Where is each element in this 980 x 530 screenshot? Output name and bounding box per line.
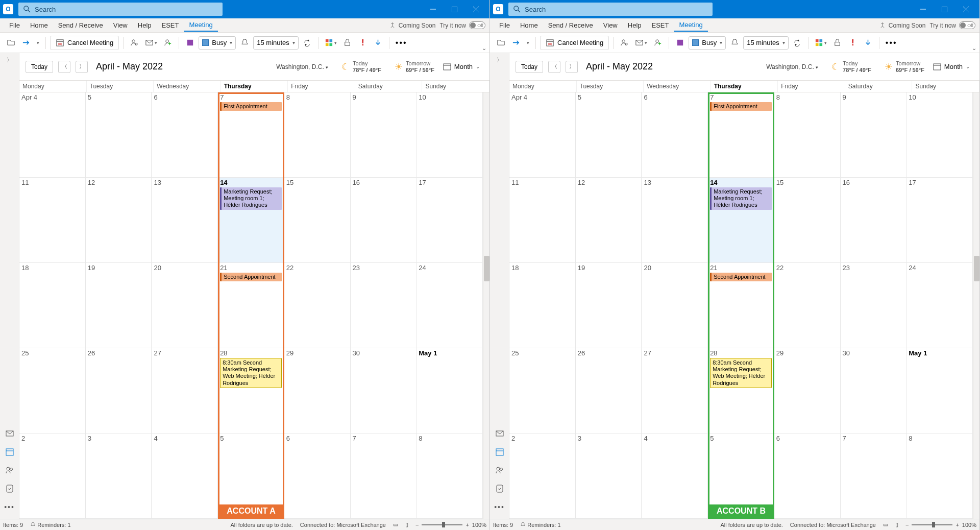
cell[interactable]: May 1 bbox=[416, 348, 483, 433]
cell[interactable]: 19 bbox=[576, 263, 642, 348]
show-as-dropdown[interactable]: Busy▾ bbox=[199, 36, 236, 50]
cell[interactable]: 20 bbox=[642, 263, 708, 348]
private-icon[interactable] bbox=[341, 36, 354, 50]
open-icon[interactable] bbox=[494, 36, 507, 50]
cancel-meeting-button[interactable]: Cancel Meeting bbox=[540, 36, 609, 50]
cell[interactable]: 18 bbox=[509, 263, 576, 348]
try-toggle[interactable]: Off bbox=[469, 21, 485, 29]
cell[interactable]: 8 bbox=[284, 92, 351, 178]
cell[interactable]: 27 bbox=[642, 348, 708, 433]
zoom-control[interactable]: −+ 100% bbox=[415, 522, 486, 528]
coming-soon[interactable]: Coming Soon bbox=[390, 22, 436, 29]
cell[interactable]: 5 bbox=[708, 433, 774, 519]
appointment-marketing[interactable]: Marketing Request; Meeting room 1; Hélde… bbox=[220, 187, 282, 210]
cell[interactable]: 6 bbox=[774, 433, 841, 519]
categorize-icon[interactable]: ▾ bbox=[813, 36, 829, 50]
cell[interactable]: 18 bbox=[19, 263, 86, 348]
cell[interactable]: 2 bbox=[19, 433, 86, 519]
menu-view[interactable]: View bbox=[108, 19, 133, 31]
low-importance-icon[interactable] bbox=[372, 36, 385, 50]
appointment-first[interactable]: First Appointment bbox=[220, 102, 282, 111]
view-selector[interactable]: Month⌄ bbox=[439, 60, 483, 74]
view-normal-icon[interactable]: ▭ bbox=[883, 521, 888, 528]
menu-help[interactable]: Help bbox=[623, 19, 647, 31]
cell[interactable]: 30 bbox=[841, 348, 907, 433]
cell[interactable]: 2 bbox=[509, 433, 576, 519]
menu-eset[interactable]: ESET bbox=[157, 19, 184, 31]
response-icon[interactable]: ▾ bbox=[143, 36, 159, 50]
reminder-dropdown[interactable]: 15 minutes▾ bbox=[743, 36, 789, 50]
cell[interactable]: 15 bbox=[284, 178, 351, 263]
prev-button[interactable]: 〈 bbox=[548, 61, 560, 73]
cell[interactable]: 16 bbox=[841, 178, 907, 263]
cell[interactable]: 15 bbox=[774, 178, 841, 263]
show-as-icon[interactable] bbox=[183, 36, 197, 50]
more-nav-icon[interactable]: ••• bbox=[3, 500, 16, 514]
cell-today[interactable]: 14 Marketing Request; Meeting room 1; Hé… bbox=[218, 178, 284, 263]
cell[interactable]: 30 bbox=[351, 348, 417, 433]
cell[interactable]: Apr 4 bbox=[19, 92, 86, 178]
more-icon[interactable]: ••• bbox=[884, 36, 899, 50]
show-as-icon[interactable] bbox=[673, 36, 687, 50]
high-importance-icon[interactable]: ! bbox=[846, 36, 860, 50]
cell[interactable]: 26 bbox=[86, 348, 152, 433]
view-normal-icon[interactable]: ▭ bbox=[393, 521, 398, 528]
maximize-button[interactable] bbox=[444, 0, 465, 18]
cell[interactable]: 24 bbox=[416, 263, 483, 348]
more-icon[interactable]: ••• bbox=[394, 36, 409, 50]
search-box[interactable]: Search bbox=[18, 3, 223, 16]
cell[interactable]: 7 First Appointment bbox=[218, 92, 284, 178]
cell[interactable]: 22 bbox=[284, 263, 351, 348]
high-importance-icon[interactable]: ! bbox=[356, 36, 370, 50]
appointment-second[interactable]: Second Appointment bbox=[220, 273, 282, 281]
cell[interactable]: 11 bbox=[19, 178, 86, 263]
view-reading-icon[interactable]: ▯ bbox=[895, 521, 898, 528]
status-reminders[interactable]: Reminders: 1 bbox=[30, 522, 70, 528]
mail-icon[interactable] bbox=[3, 427, 16, 440]
add-attendee-icon[interactable] bbox=[161, 36, 175, 50]
cell[interactable]: 6 bbox=[642, 92, 708, 178]
cell[interactable]: 17 bbox=[906, 178, 973, 263]
recurrence-icon[interactable] bbox=[791, 36, 804, 50]
menu-home[interactable]: Home bbox=[25, 19, 53, 31]
weather-tomorrow[interactable]: ☀ Tomorrow69°F / 56°F bbox=[885, 60, 924, 73]
cell[interactable]: 7 First Appointment bbox=[708, 92, 774, 178]
appointment-marketing[interactable]: Marketing Request; Meeting room 1; Hélde… bbox=[710, 187, 772, 210]
people-icon[interactable] bbox=[3, 464, 16, 477]
menu-file[interactable]: File bbox=[494, 19, 515, 31]
cell[interactable]: 10 bbox=[906, 92, 973, 178]
mail-icon[interactable] bbox=[493, 427, 506, 440]
search-box[interactable]: Search bbox=[508, 3, 713, 16]
forward-dd[interactable]: ▾ bbox=[525, 36, 531, 50]
scrollbar[interactable] bbox=[483, 92, 489, 519]
cell-today[interactable]: 14 Marketing Request; Meeting room 1; Hé… bbox=[708, 178, 774, 263]
appointment-second[interactable]: Second Appointment bbox=[710, 273, 772, 281]
people-icon[interactable] bbox=[493, 464, 506, 477]
cell[interactable]: 4 bbox=[152, 433, 218, 519]
ribbon-expand-icon[interactable]: ⌄ bbox=[482, 45, 486, 52]
reminder-bell-icon[interactable] bbox=[728, 36, 741, 50]
tasks-icon[interactable] bbox=[3, 482, 16, 495]
weather-tomorrow[interactable]: ☀ Tomorrow69°F / 56°F bbox=[395, 60, 434, 73]
scheduling-icon[interactable] bbox=[128, 36, 141, 50]
cell[interactable]: 3 bbox=[576, 433, 642, 519]
cell[interactable]: 21 Second Appointment bbox=[708, 263, 774, 348]
menu-home[interactable]: Home bbox=[515, 19, 543, 31]
minimize-button[interactable] bbox=[912, 0, 934, 18]
location-label[interactable]: Washington, D.C. ▾ bbox=[766, 63, 818, 70]
cell[interactable]: 5 bbox=[576, 92, 642, 178]
reminder-bell-icon[interactable] bbox=[238, 36, 251, 50]
cell[interactable]: 28 8:30am Second Marketing Request; Web … bbox=[218, 348, 284, 433]
cell[interactable]: 23 bbox=[841, 263, 907, 348]
cell[interactable]: 9 bbox=[841, 92, 907, 178]
menu-meeting[interactable]: Meeting bbox=[674, 19, 707, 32]
maximize-button[interactable] bbox=[934, 0, 955, 18]
cell[interactable]: 12 bbox=[576, 178, 642, 263]
prev-button[interactable]: 〈 bbox=[58, 61, 70, 73]
forward-icon[interactable] bbox=[509, 36, 523, 50]
try-toggle[interactable]: Off bbox=[959, 21, 975, 29]
appointment-marketing2[interactable]: 8:30am Second Marketing Request; Web Mee… bbox=[220, 358, 282, 388]
cell[interactable]: 25 bbox=[509, 348, 576, 433]
coming-soon[interactable]: Coming Soon bbox=[880, 22, 926, 29]
cell[interactable]: 13 bbox=[152, 178, 218, 263]
